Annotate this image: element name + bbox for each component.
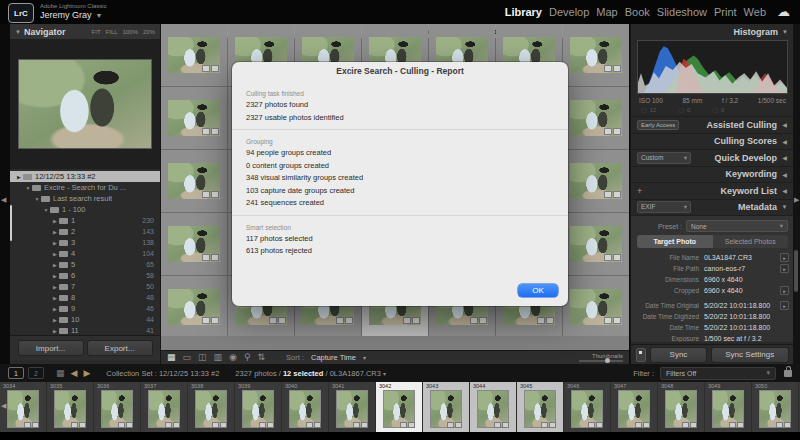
right-collapse-rail[interactable] (793, 24, 800, 364)
metadata-action-icon[interactable]: ▸ (780, 264, 789, 273)
thumbnail-size-slider[interactable] (579, 360, 623, 362)
section-collapse-icon[interactable]: ◀ (781, 171, 788, 178)
disclosure-icon[interactable]: ▶ (51, 284, 59, 290)
ok-button[interactable]: OK (518, 284, 558, 297)
filmstrip-thumbnail[interactable] (759, 390, 791, 428)
grid-photo-cell[interactable] (161, 276, 227, 336)
section-collapse-icon[interactable]: ◀ (781, 187, 788, 194)
photo-badges-icon[interactable] (402, 317, 420, 324)
grid-photo-cell[interactable] (563, 276, 629, 336)
navigator-collapse-icon[interactable]: ▼ (15, 29, 21, 35)
filmstrip-thumbnail[interactable] (242, 390, 274, 428)
photo-badges-icon[interactable] (268, 317, 286, 324)
grid-photo-cell[interactable] (161, 150, 227, 212)
photo-badges-icon[interactable] (603, 191, 621, 198)
filmstrip-thumbnail[interactable] (712, 390, 744, 428)
grid-photo-cell[interactable] (563, 213, 629, 275)
photo-badges-icon[interactable] (603, 65, 621, 72)
module-tab[interactable]: Develop (549, 6, 589, 18)
disclosure-icon[interactable]: ▶ (51, 328, 59, 334)
filmstrip-cell[interactable]: 3034 (0, 382, 47, 432)
filmstrip-cell[interactable]: 3036 (94, 382, 141, 432)
filmstrip-cell[interactable]: 3037 (141, 382, 188, 432)
grid-photo-cell[interactable] (161, 213, 227, 275)
disclosure-icon[interactable]: ▶ (51, 218, 59, 224)
photo-badges-icon[interactable] (603, 254, 621, 261)
export-button[interactable]: Export... (87, 340, 153, 356)
filmstrip-thumbnail[interactable] (336, 390, 368, 428)
collection-row[interactable]: ▼ 1 - 100 (10, 204, 160, 215)
disclosure-icon[interactable]: ▶ (51, 306, 59, 312)
metadata-field-value[interactable]: 6960 x 4640 (704, 287, 780, 294)
section-dropdown[interactable]: EXIF (637, 201, 691, 213)
sync-button[interactable]: Sync (650, 347, 706, 363)
module-tab[interactable]: Print (714, 6, 737, 18)
photo-badges-icon[interactable] (536, 317, 554, 324)
filmstrip-cell[interactable]: 3048 (658, 382, 705, 432)
collection-row[interactable]: ▶ 10 44 (10, 314, 160, 325)
collection-row[interactable]: ▶ 2 143 (10, 226, 160, 237)
filmstrip-cell[interactable]: 3049 (705, 382, 752, 432)
photo-badges-icon[interactable] (469, 317, 487, 324)
filmstrip-cell[interactable]: 3045 (517, 382, 564, 432)
filmstrip-cell[interactable]: 3046 (564, 382, 611, 432)
disclosure-icon[interactable]: ▼ (33, 196, 41, 202)
panel-section-header[interactable]: EXIF Metadata ▼ (631, 199, 794, 216)
collection-row[interactable]: ▶ 8 48 (10, 292, 160, 303)
section-collapse-icon[interactable]: ◀ (781, 121, 788, 128)
section-collapse-icon[interactable]: ▼ (781, 204, 788, 210)
disclosure-icon[interactable]: ▶ (51, 317, 59, 323)
metadata-field-value[interactable]: 6960 x 4640 (704, 276, 780, 283)
filter-lock-icon[interactable] (784, 370, 792, 377)
filmstrip-scroll-left-icon[interactable]: ◀ (1, 402, 6, 410)
photo-badges-icon[interactable] (603, 128, 621, 135)
survey-view-icon[interactable]: ▥ (214, 353, 223, 362)
metadata-field-value[interactable]: 5/20/22 10:01:18.800 (704, 313, 780, 320)
disclosure-icon[interactable]: ▶ (51, 251, 59, 257)
collection-row[interactable]: ▶ 7 50 (10, 281, 160, 292)
forward-arrow-icon[interactable]: ▶ (83, 368, 90, 378)
window-button[interactable]: 1 (8, 367, 24, 379)
filmstrip-thumbnail[interactable] (477, 390, 509, 428)
preset-dropdown[interactable]: None (686, 220, 788, 232)
filmstrip-thumbnail[interactable] (524, 390, 556, 428)
grid-photo-cell[interactable] (161, 24, 227, 86)
panel-section-header[interactable]: + Keyword List ◀ (631, 182, 794, 199)
identity-plate[interactable]: Jeremy Gray▼ (40, 10, 102, 20)
import-button[interactable]: Import... (18, 340, 84, 356)
photo-badges-icon[interactable] (201, 65, 219, 72)
navigator-header[interactable]: ▼ Navigator FITFILL100%20% (10, 24, 160, 39)
filmstrip-thumbnail[interactable] (289, 390, 321, 428)
disclosure-icon[interactable]: ▶ (15, 174, 23, 180)
panel-section-header[interactable]: Keywording ◀ (631, 166, 794, 183)
photo-badges-icon[interactable] (201, 191, 219, 198)
filmstrip-cell[interactable]: 3044 (470, 382, 517, 432)
right-panel-scrollbar[interactable] (794, 250, 798, 292)
window-button[interactable]: 2 (28, 367, 44, 379)
section-dropdown[interactable]: Custom (637, 152, 691, 164)
histogram-collapse-icon[interactable]: ▼ (782, 29, 788, 35)
grid-view-icon[interactable]: ▦ (167, 353, 176, 362)
grid-photo-cell[interactable] (563, 150, 629, 212)
collection-row[interactable]: ▶ 5 65 (10, 259, 160, 270)
photo-badges-icon[interactable] (335, 317, 353, 324)
filmstrip-thumbnail[interactable] (7, 390, 39, 428)
metadata-field-value[interactable]: 5/20/22 10:01:18.800 (704, 302, 780, 309)
back-arrow-icon[interactable]: ◀ (71, 368, 78, 378)
filmstrip-thumbnail[interactable] (148, 390, 180, 428)
left-panel-scrollbar[interactable] (10, 205, 12, 241)
right-collapse-icon[interactable]: ▶ (794, 196, 799, 204)
module-tab[interactable]: Library (505, 6, 542, 18)
filmstrip-cell[interactable]: 3047 (611, 382, 658, 432)
module-tab[interactable]: Book (625, 6, 650, 18)
filmstrip-thumbnail[interactable] (195, 390, 227, 428)
zoom-level[interactable]: FIT (92, 29, 101, 35)
filmstrip-thumbnail[interactable] (618, 390, 650, 428)
collection-row[interactable]: ▶ 11 41 (10, 325, 160, 335)
metadata-tab[interactable]: Target Photo (637, 235, 713, 248)
section-collapse-icon[interactable]: ◀ (781, 154, 788, 161)
zoom-level[interactable]: 20% (143, 29, 155, 35)
metadata-action-icon[interactable]: ▸ (780, 301, 789, 310)
people-view-icon[interactable]: ◉ (229, 353, 237, 362)
collection-row[interactable]: ▶ 6 58 (10, 270, 160, 281)
